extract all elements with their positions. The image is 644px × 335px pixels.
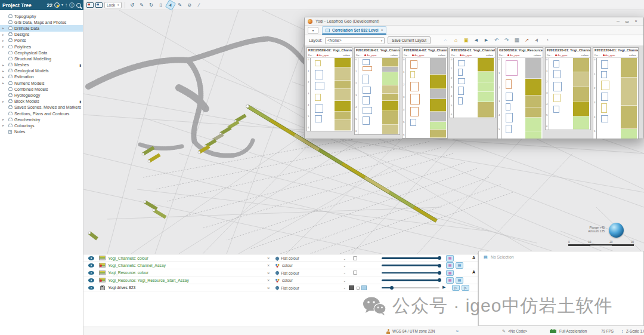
legend-toggle-button[interactable]: ▦	[446, 255, 454, 262]
tree-item-drillhole-data[interactable]: ▸Drillhole Data	[0, 25, 83, 31]
code-label[interactable]: <No Code>	[508, 329, 527, 333]
tree-item-colourings[interactable]: ▸Colourings	[0, 122, 83, 128]
layout-select[interactable]: <None> ▾	[325, 37, 385, 44]
expand-arrow-icon[interactable]: ▸	[2, 81, 6, 85]
display-style-select[interactable]: colour⌄	[275, 263, 346, 269]
column-log-body[interactable]: 0123456	[450, 58, 495, 118]
pointer-icon[interactable]: ➤	[532, 35, 543, 46]
visibility-eye-icon[interactable]	[88, 286, 94, 290]
crs-label[interactable]: WGS 84 / UTM zone 22N	[392, 329, 435, 333]
values-toggle-button[interactable]: ▤	[456, 277, 463, 284]
opacity-slider[interactable]	[382, 287, 439, 289]
slider-knob[interactable]	[438, 271, 441, 275]
expand-arrow-icon[interactable]: ▸	[2, 118, 6, 121]
display-style-select[interactable]: Flat colour⌄	[275, 285, 346, 291]
option-checkbox[interactable]	[353, 256, 357, 260]
colour-swatch-dark[interactable]	[349, 285, 354, 290]
tree-item-topography[interactable]: Topography	[0, 13, 83, 19]
tree-item-gis-data-maps-and-photos[interactable]: GIS Data, Maps and Photos	[0, 19, 83, 25]
tree-item-notes[interactable]: Notes	[0, 129, 83, 135]
tree-item-meshes[interactable]: ▸Meshes▮	[0, 62, 83, 68]
tab-list-chevron-icon[interactable]: ▾	[308, 27, 318, 34]
text-label-toggle[interactable]: A	[472, 270, 475, 274]
refresh-tool-icon[interactable]: ↻	[147, 1, 156, 9]
play-button[interactable]: ▶	[442, 285, 445, 290]
slider-knob[interactable]	[438, 256, 441, 260]
expand-arrow-icon[interactable]: ▸	[2, 39, 6, 42]
opacity-slider[interactable]	[382, 279, 439, 281]
column-log-body[interactable]: 0123456	[498, 58, 543, 139]
tree-item-points[interactable]: ▸Points	[0, 38, 83, 44]
remove-from-scene-icon[interactable]: ×	[267, 263, 270, 268]
pause-processing-icon[interactable]: ||	[69, 2, 75, 8]
tree-item-hydrogeology[interactable]: Hydrogeology	[0, 92, 83, 98]
option-checkbox[interactable]	[353, 271, 357, 275]
draw-line-tool-icon[interactable]: ✎	[176, 1, 184, 9]
undo-icon[interactable]: ↶	[493, 36, 500, 44]
draw-tool-icon[interactable]: ✎	[138, 1, 146, 9]
opacity-slider[interactable]	[382, 257, 439, 259]
column-log-body[interactable]: 0123456	[593, 58, 638, 139]
column-log-body[interactable]: 0123456	[307, 58, 352, 131]
view-compass-orb[interactable]	[609, 223, 624, 238]
tree-item-estimation[interactable]: ▸Estimation	[0, 74, 83, 80]
correlation-window[interactable]: Yogi - Leapfrog Geo (Development) ─▭× ▾ …	[304, 17, 644, 139]
expand-arrow-icon[interactable]: ▸	[2, 63, 6, 67]
column-log-body[interactable]: 0123456	[402, 58, 447, 138]
step-button[interactable]: ▷	[452, 285, 460, 291]
acceleration-label[interactable]: Full Acceleration	[559, 329, 587, 333]
image-icon[interactable]: ▣	[462, 36, 470, 44]
chevron-down-icon[interactable]: ▾	[61, 2, 63, 8]
slider-knob[interactable]	[438, 278, 441, 282]
option-checkbox[interactable]	[357, 287, 360, 290]
remove-from-scene-icon[interactable]: ×	[267, 256, 270, 261]
look-direction-select[interactable]: Look ▾	[104, 2, 122, 8]
remove-from-scene-icon[interactable]: ×	[267, 285, 270, 291]
remove-from-scene-icon[interactable]: ×	[267, 271, 270, 276]
tree-item-sections-plans-and-contours[interactable]: Sections, Plans and Contours	[0, 110, 83, 116]
display-style-select[interactable]: Flat colour⌄	[275, 256, 346, 262]
tab-close-icon[interactable]: ×	[381, 28, 383, 32]
tree-item-geochemistry[interactable]: ▸Geochemistry	[0, 116, 83, 122]
window-titlebar[interactable]: Yogi - Leapfrog Geo (Development) ─▭×	[305, 17, 643, 26]
z-scale-readout[interactable]: Z-Scale 1.0	[626, 329, 644, 333]
legend-toggle-button[interactable]: ▦	[446, 277, 454, 284]
correlation-column-f20111220-01[interactable]: F20111220-01: Yogi_ChannelsDe...Au_ppmco…	[545, 47, 591, 130]
save-icon[interactable]: ▦	[513, 36, 521, 44]
expand-arrow-icon[interactable]: ▸	[2, 26, 6, 30]
ruler-tool-icon[interactable]: ∕	[195, 1, 203, 9]
display-style-select[interactable]: colour⌄	[275, 278, 346, 284]
tree-item-numeric-models[interactable]: ▸Numeric Models	[0, 80, 83, 86]
visibility-eye-icon[interactable]	[88, 256, 94, 260]
correlation-column-f2012062-01[interactable]: F2012062-01: Yogi_ChannelsDe...Au_ppmcol…	[450, 47, 496, 118]
visibility-eye-icon[interactable]	[88, 278, 94, 282]
close-button[interactable]: ×	[631, 19, 640, 24]
expand-arrow-icon[interactable]: ▸	[2, 75, 6, 79]
tree-item-designs[interactable]: ▸Designs	[0, 32, 83, 38]
correlation-column-f2012062b-02[interactable]: F2012062B-02: Yogi_ChannelsDe...Au_ppmco…	[306, 47, 352, 131]
expand-arrow-icon[interactable]: ▸	[2, 45, 6, 48]
tree-item-geological-models[interactable]: ▸Geological Models	[0, 68, 83, 74]
correlation-column-f2012061a-02[interactable]: F2012061A-02: Yogi_ChannelsDe...Au_ppmco…	[402, 47, 448, 139]
next-hole-icon[interactable]: ►	[482, 36, 490, 44]
upload-arrow-icon[interactable]: ↑	[65, 2, 67, 8]
redo-icon[interactable]: ↷	[503, 36, 510, 44]
chart-icon[interactable]: ≈	[456, 329, 459, 333]
prev-hole-icon[interactable]: ◄	[472, 36, 480, 44]
column-log-body[interactable]: 0123456	[355, 58, 400, 134]
legend-toggle-button[interactable]: ▦	[446, 262, 454, 269]
save-current-layout-button[interactable]: Save Current Layout	[388, 36, 431, 44]
column-log-body[interactable]: 0123456	[546, 58, 590, 130]
tab-correlation-set[interactable]: Correlation Set 832 Level ×	[322, 26, 386, 35]
expand-arrow-icon[interactable]: ▸	[2, 33, 6, 36]
visibility-eye-icon[interactable]	[88, 271, 94, 275]
expand-arrow-icon[interactable]: ▸	[2, 124, 6, 127]
history-icon[interactable]: ◔	[543, 36, 551, 44]
tree-item-combined-models[interactable]: Combined Models	[0, 86, 83, 92]
minimize-button[interactable]: ─	[614, 19, 623, 24]
tree-item-block-models[interactable]: ▸Block Models▮	[0, 99, 83, 105]
interval-tool-icon[interactable]: ⊘	[185, 1, 194, 9]
correlation-column-f2012061b-01[interactable]: F2012061B-01: Yogi_ChannelsDe...Au_ppmco…	[354, 47, 400, 135]
text-label-toggle[interactable]: A	[472, 256, 475, 260]
visibility-eye-icon[interactable]	[88, 263, 94, 268]
